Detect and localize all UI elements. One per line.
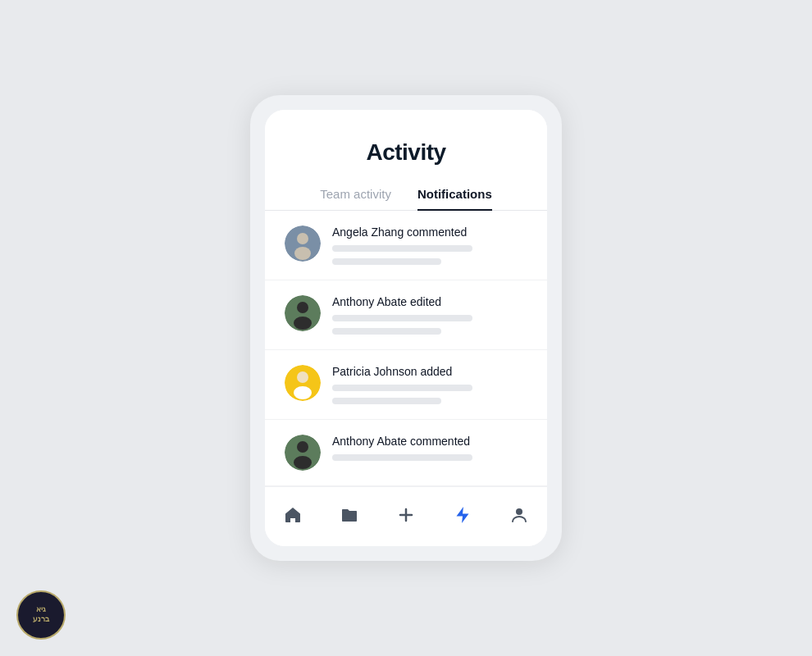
item-content: Anthony Abate commented xyxy=(332,435,527,461)
phone-inner: Activity Team activity Notifications xyxy=(265,110,547,546)
tab-team-activity[interactable]: Team activity xyxy=(320,187,391,211)
skeleton-line xyxy=(332,454,472,461)
svg-point-2 xyxy=(294,247,311,260)
avatar-patricia xyxy=(285,365,321,401)
svg-point-7 xyxy=(297,371,308,383)
svg-point-5 xyxy=(294,317,312,330)
activity-item: Patricia Johnson added xyxy=(265,350,547,420)
watermark-text: גיא ברנע xyxy=(33,605,49,624)
item-content: Angela Zhang commented xyxy=(332,226,527,265)
activity-item: Anthony Abate commented xyxy=(265,420,547,486)
skeleton-line xyxy=(332,328,441,335)
page-title: Activity xyxy=(265,139,547,166)
svg-point-11 xyxy=(294,456,312,469)
activity-nav-item[interactable] xyxy=(446,499,479,531)
profile-body-icon xyxy=(513,517,526,522)
skeleton-line xyxy=(332,315,472,321)
folder-nav-item[interactable] xyxy=(333,499,366,531)
phone-outer: Activity Team activity Notifications xyxy=(250,95,562,561)
avatar-anthony2 xyxy=(285,435,321,471)
item-action: Patricia Johnson added xyxy=(332,365,527,378)
skeleton-line xyxy=(332,385,472,391)
tab-bar: Team activity Notifications xyxy=(265,180,547,211)
activity-item: Anthony Abate edited xyxy=(265,280,547,350)
home-nav-item[interactable] xyxy=(276,499,309,531)
bottom-nav xyxy=(265,486,547,546)
activity-list: Angela Zhang commented xyxy=(265,211,547,486)
item-action: Anthony Abate commented xyxy=(332,435,527,448)
page-title-section: Activity xyxy=(265,110,547,180)
profile-nav-item[interactable] xyxy=(503,499,536,531)
activity-item: Angela Zhang commented xyxy=(265,211,547,280)
avatar-angela xyxy=(285,226,321,262)
profile-icon xyxy=(516,508,522,515)
item-content: Patricia Johnson added xyxy=(332,365,527,404)
tab-notifications[interactable]: Notifications xyxy=(417,187,492,211)
watermark: גיא ברנע xyxy=(16,590,66,640)
svg-point-4 xyxy=(297,302,308,313)
skeleton-line xyxy=(332,258,441,265)
svg-point-10 xyxy=(297,441,308,453)
avatar-anthony xyxy=(285,295,321,331)
item-content: Anthony Abate edited xyxy=(332,295,527,335)
skeleton-line xyxy=(332,398,441,404)
svg-point-1 xyxy=(297,233,308,244)
skeleton-line xyxy=(332,245,472,252)
plus-icon xyxy=(400,509,412,521)
item-action: Anthony Abate edited xyxy=(332,295,527,308)
folder-icon xyxy=(342,509,357,522)
lightning-icon xyxy=(456,507,468,523)
item-action: Angela Zhang commented xyxy=(332,226,527,239)
add-nav-item[interactable] xyxy=(390,499,422,531)
home-icon xyxy=(285,508,300,522)
svg-point-8 xyxy=(294,386,312,399)
